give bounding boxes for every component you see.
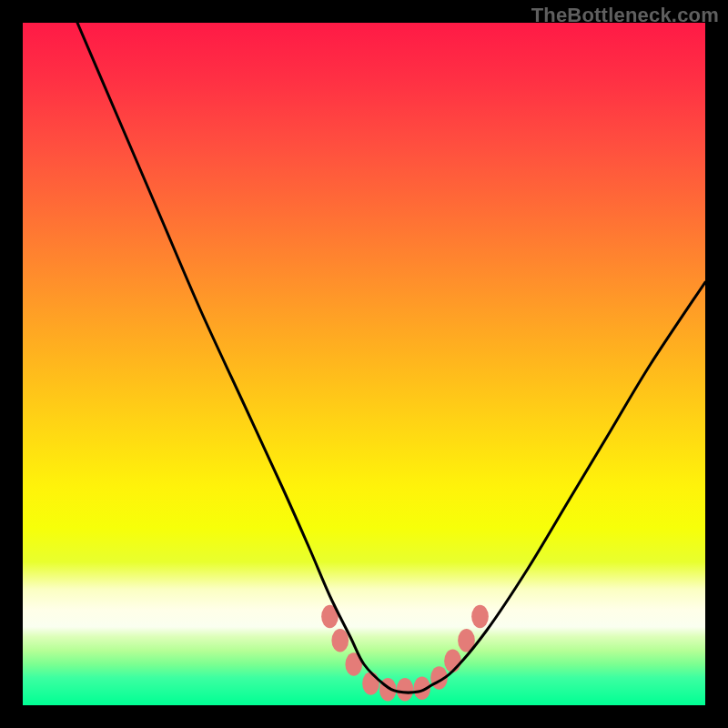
- markers-group: [321, 605, 489, 702]
- curve-marker: [331, 629, 349, 652]
- chart-svg: [23, 23, 705, 705]
- bottleneck-curve: [77, 23, 705, 693]
- curve-marker: [362, 672, 379, 694]
- curve-marker: [397, 678, 414, 701]
- chart-area: [23, 23, 705, 705]
- curve-marker: [471, 605, 489, 628]
- curve-marker: [444, 650, 461, 672]
- watermark-text: TheBottleneck.com: [531, 4, 719, 27]
